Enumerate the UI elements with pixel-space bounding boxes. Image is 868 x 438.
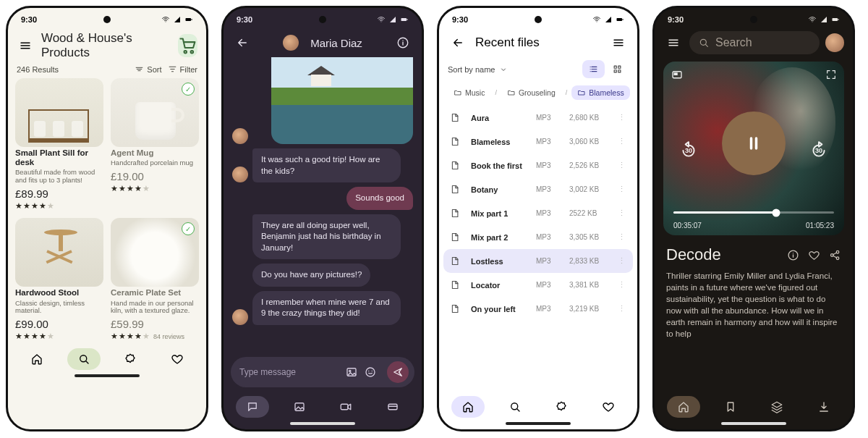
- svg-rect-12: [341, 404, 349, 410]
- file-more-button[interactable]: ⋮: [616, 137, 627, 146]
- nav-deals[interactable]: [114, 348, 147, 370]
- view-list-button[interactable]: [582, 60, 605, 78]
- nav-home[interactable]: [20, 348, 54, 370]
- svg-rect-1: [192, 19, 192, 20]
- product-image: ✓: [111, 218, 199, 287]
- nav-settings[interactable]: [545, 396, 578, 418]
- pip-icon: [671, 69, 684, 82]
- file-more-button[interactable]: ⋮: [616, 185, 627, 194]
- nav-home[interactable]: [451, 396, 485, 418]
- pip-button[interactable]: [671, 69, 684, 85]
- seek-bar[interactable]: [673, 211, 834, 214]
- nav-chat[interactable]: [236, 396, 269, 418]
- message-bubble[interactable]: It was such a good trip! How are the kid…: [252, 148, 401, 182]
- view-grid-button[interactable]: [606, 60, 629, 78]
- file-name: Blameless: [471, 138, 530, 146]
- menu-button[interactable]: [608, 33, 629, 53]
- nav-home[interactable]: [667, 396, 700, 418]
- message-image[interactable]: [271, 57, 413, 144]
- product-card[interactable]: Small Plant Sill for desk Beautiful made…: [15, 78, 103, 211]
- nav-gallery[interactable]: [283, 396, 316, 418]
- gesture-bar[interactable]: [290, 422, 355, 425]
- file-icon: [449, 184, 460, 195]
- message-bubble[interactable]: They are all doing super well, Benjamin …: [252, 214, 401, 260]
- file-icon: [449, 303, 460, 314]
- file-more-button[interactable]: ⋮: [616, 113, 627, 122]
- file-row[interactable]: LocatorMP33,381 KB⋮: [439, 273, 637, 297]
- message-bubble[interactable]: Sounds good: [346, 187, 413, 210]
- nav-video[interactable]: [329, 396, 362, 418]
- nav-search[interactable]: [498, 396, 532, 418]
- file-more-button[interactable]: ⋮: [616, 232, 627, 242]
- file-row[interactable]: BlamelessMP33,060 KB⋮: [439, 130, 637, 153]
- file-row[interactable]: LostlessMP32,833 KB⋮: [443, 249, 633, 273]
- skip-forward-button[interactable]: 30: [809, 140, 828, 154]
- nav-search[interactable]: [67, 348, 101, 370]
- info-icon[interactable]: [787, 249, 799, 261]
- nav-library[interactable]: [714, 396, 747, 418]
- svg-rect-6: [407, 19, 408, 20]
- contact-name[interactable]: Maria Diaz: [310, 37, 362, 49]
- filter-button[interactable]: Filter: [168, 64, 197, 74]
- file-row[interactable]: On your leftMP33,219 KB⋮: [439, 297, 637, 321]
- product-card[interactable]: ✓ Ceramic Plate Set Hand made in our per…: [111, 218, 199, 341]
- file-more-button[interactable]: ⋮: [616, 256, 627, 266]
- message-bubble[interactable]: Do you have any pictures!?: [252, 264, 370, 287]
- search-input[interactable]: Search: [689, 31, 820, 54]
- file-row[interactable]: AuraMP32,680 KB⋮: [439, 106, 637, 130]
- product-card[interactable]: ✓ Agent Mug Handcrafted porcelain mug £1…: [111, 78, 199, 211]
- avatar[interactable]: [283, 35, 299, 51]
- fullscreen-button[interactable]: [825, 69, 837, 83]
- back-button[interactable]: [448, 33, 468, 53]
- cart-icon: [178, 35, 197, 55]
- crumb[interactable]: Blameless: [571, 85, 629, 100]
- nav-download[interactable]: [807, 396, 841, 418]
- nav-favorites[interactable]: [161, 348, 194, 370]
- file-more-button[interactable]: ⋮: [616, 209, 627, 218]
- file-list[interactable]: AuraMP32,680 KB⋮BlamelessMP33,060 KB⋮Boo…: [439, 106, 637, 392]
- file-type: MP3: [536, 233, 563, 241]
- svg-rect-13: [388, 404, 397, 410]
- heart-icon[interactable]: [808, 249, 820, 261]
- message-row: I remember when mine were 7 and 9 the cr…: [232, 291, 413, 325]
- file-row[interactable]: BotanyMP33,002 KB⋮: [439, 177, 637, 201]
- crumb[interactable]: Grouseling: [501, 85, 561, 100]
- crumb[interactable]: Music: [448, 85, 490, 100]
- badge-icon: [124, 353, 137, 366]
- product-card[interactable]: Hardwood Stool Classic design, timless m…: [15, 218, 103, 341]
- gesture-bar[interactable]: [75, 374, 140, 377]
- phone-chat: 9:30 Maria Diaz It was such a good trip!…: [221, 6, 424, 431]
- chat-scroll[interactable]: It was such a good trip! How are the kid…: [224, 57, 422, 353]
- message-bubble[interactable]: I remember when mine were 7 and 9 the cr…: [252, 291, 401, 325]
- signal-icon: [604, 15, 613, 24]
- file-row[interactable]: Mix part 2MP33,305 KB⋮: [439, 225, 637, 249]
- time-elapsed: 00:35:07: [673, 222, 702, 229]
- emoji-icon[interactable]: [364, 366, 377, 379]
- skip-back-button[interactable]: 30: [679, 140, 698, 154]
- menu-button[interactable]: [17, 35, 34, 56]
- menu-button[interactable]: [663, 33, 684, 53]
- back-button[interactable]: [232, 33, 252, 53]
- send-button[interactable]: [387, 361, 409, 383]
- file-more-button[interactable]: ⋮: [616, 161, 627, 170]
- file-more-button[interactable]: ⋮: [616, 280, 627, 290]
- nav-favorites[interactable]: [592, 396, 625, 418]
- info-button[interactable]: [393, 33, 413, 53]
- file-more-button[interactable]: ⋮: [616, 304, 627, 313]
- cart-button[interactable]: [178, 34, 197, 57]
- grid-icon: [612, 64, 623, 75]
- file-row[interactable]: Book the firstMP32,526 KB⋮: [439, 153, 637, 177]
- gesture-bar[interactable]: [721, 422, 786, 425]
- gesture-bar[interactable]: [506, 422, 571, 425]
- image-icon[interactable]: [345, 366, 358, 379]
- sort-button[interactable]: Sort: [135, 64, 161, 74]
- file-row[interactable]: Mix part 1MP32522 KB⋮: [439, 201, 637, 225]
- play-pause-button[interactable]: [722, 111, 786, 175]
- share-icon[interactable]: [829, 249, 841, 261]
- file-type: MP3: [536, 257, 563, 265]
- nav-card[interactable]: [376, 396, 409, 418]
- nav-layers[interactable]: [760, 396, 793, 418]
- message-input[interactable]: Type message: [231, 357, 414, 387]
- avatar[interactable]: [825, 33, 844, 52]
- sort-dropdown[interactable]: Sort by name: [448, 65, 508, 74]
